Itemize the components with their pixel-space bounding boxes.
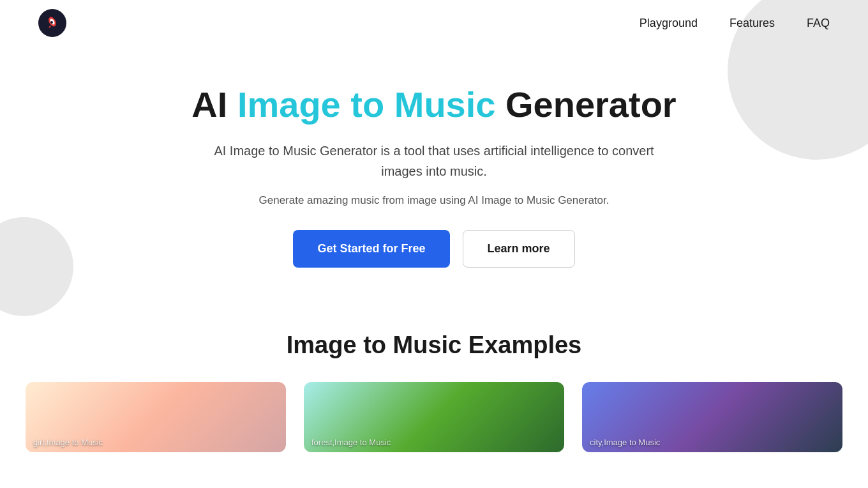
example-card-girl[interactable]: girl,Image to Music xyxy=(26,382,286,452)
example-card-city-label: city,Image to Music xyxy=(590,438,660,447)
learn-more-button[interactable]: Learn more xyxy=(463,230,575,268)
examples-title: Image to Music Examples xyxy=(26,332,842,359)
example-card-city[interactable]: city,Image to Music xyxy=(582,382,842,452)
hero-title-part2: Generator xyxy=(495,84,676,125)
example-card-girl-label: girl,Image to Music xyxy=(33,438,103,447)
logo-icon xyxy=(38,9,66,37)
svg-point-3 xyxy=(50,21,53,24)
hero-section: AI Image to Music Generator AI Image to … xyxy=(0,46,868,319)
nav-link-playground[interactable]: Playground xyxy=(640,17,698,30)
example-card-forest[interactable]: forest,Image to Music xyxy=(304,382,564,452)
hero-buttons: Get Started for Free Learn more xyxy=(13,230,855,268)
examples-grid: girl,Image to Music forest,Image to Musi… xyxy=(26,382,842,452)
nav-link-faq[interactable]: FAQ xyxy=(807,17,830,30)
hero-title: AI Image to Music Generator xyxy=(13,84,855,125)
hero-title-part1: AI xyxy=(191,84,237,125)
examples-section: Image to Music Examples girl,Image to Mu… xyxy=(0,319,868,452)
logo[interactable] xyxy=(38,9,66,37)
hero-subtitle: AI Image to Music Generator is a tool th… xyxy=(204,141,664,181)
hero-title-highlight: Image to Music xyxy=(237,84,496,125)
example-card-forest-label: forest,Image to Music xyxy=(311,438,391,447)
nav-link-features[interactable]: Features xyxy=(730,17,775,30)
hero-description: Generate amazing music from image using … xyxy=(13,194,855,207)
get-started-button[interactable]: Get Started for Free xyxy=(293,230,449,268)
nav-links: Playground Features FAQ xyxy=(640,17,830,30)
navbar: Playground Features FAQ xyxy=(0,0,868,46)
